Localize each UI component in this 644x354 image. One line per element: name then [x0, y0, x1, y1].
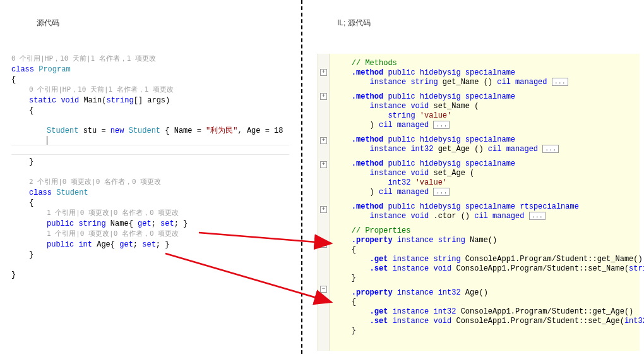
il-code-viewer[interactable]: + + + + + − − // Methods .method public …	[318, 54, 640, 351]
text-caret	[47, 136, 47, 145]
codelens-age-prop[interactable]: 1 个引用|0 项更改|0 名作者，0 项更改	[11, 229, 289, 238]
code-line: }	[11, 157, 289, 167]
fold-plus-icon[interactable]: +	[320, 161, 327, 168]
code-line: }	[11, 270, 289, 280]
codelens-student[interactable]: 2 个引用|0 项更改|0 名作者，0 项更改	[11, 177, 289, 186]
codelens-program[interactable]: 0 个引用|HP，10 天前|1 名作者，1 项更改	[11, 54, 289, 63]
ellipsis-icon[interactable]: ...	[542, 145, 559, 153]
fold-minus-icon[interactable]: −	[320, 286, 327, 293]
fold-plus-icon[interactable]: +	[320, 137, 327, 144]
ellipsis-icon[interactable]: ...	[552, 78, 568, 86]
code-line-name-prop: public string Name{ get; set; }	[11, 219, 289, 229]
fold-minus-icon[interactable]: −	[320, 241, 327, 248]
code-line: class Student	[11, 188, 289, 198]
right-panel-title: IL; 源代码	[337, 18, 371, 28]
code-line: }	[11, 250, 289, 260]
code-line: static void Main(string[] args)	[11, 95, 289, 106]
ellipsis-icon[interactable]: ...	[433, 188, 450, 196]
current-line-highlight	[11, 145, 289, 155]
code-line	[11, 167, 289, 177]
left-panel-title: 源代码	[37, 18, 59, 28]
code-line: {	[11, 75, 289, 85]
fold-plus-icon[interactable]: +	[320, 69, 327, 76]
fold-plus-icon[interactable]: +	[320, 206, 327, 213]
il-comment: // Properties	[352, 226, 411, 235]
code-line: {	[11, 198, 289, 208]
il-comment: // Methods	[352, 59, 397, 68]
fold-gutter: + + + + + − −	[318, 54, 330, 351]
code-line: class Program	[11, 64, 289, 75]
code-line	[11, 116, 289, 126]
ellipsis-icon[interactable]: ...	[529, 212, 546, 220]
ellipsis-icon[interactable]: ...	[433, 121, 450, 129]
code-line-age-prop: public int Age{ get; set; }	[11, 240, 289, 250]
codelens-name-prop[interactable]: 1 个引用|0 项更改|0 名作者，0 项更改	[11, 208, 289, 217]
fold-plus-icon[interactable]: +	[320, 93, 327, 100]
code-line: {	[11, 106, 289, 116]
code-line: Student stu = new Student { Name = "利为民"…	[11, 126, 289, 136]
codelens-main[interactable]: 0 个引用|HP，10 天前|1 名作者，1 项更改	[11, 85, 289, 94]
panel-divider	[301, 0, 302, 354]
source-code-editor[interactable]: 0 个引用|HP，10 天前|1 名作者，1 项更改 class Program…	[11, 54, 289, 280]
code-line	[11, 260, 289, 270]
